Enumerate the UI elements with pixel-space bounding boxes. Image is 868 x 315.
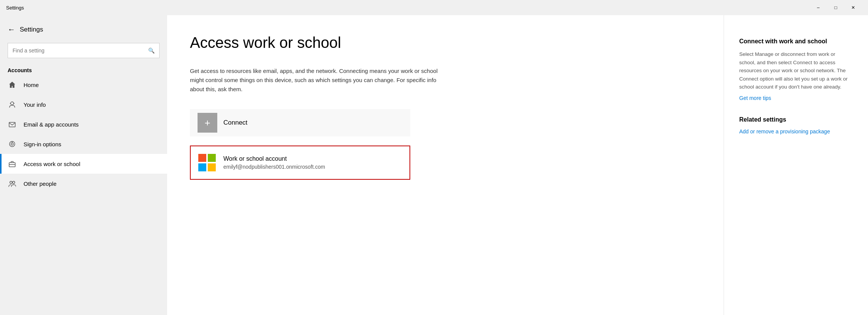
account-name: Work or school account [223,155,325,162]
page-title: Access work or school [190,34,701,51]
connect-section-heading: Connect with work and school [739,38,853,45]
titlebar: Settings – □ ✕ [0,0,868,15]
sidebar-app-title: Settings [20,26,43,33]
right-panel: Connect with work and school Select Mana… [724,15,868,315]
connect-section-text: Select Manage or disconnect from work or… [739,50,853,91]
sidebar-item-other-people-label: Other people [24,180,57,187]
sidebar-item-other-people[interactable]: Other people [0,174,167,193]
svg-point-5 [11,143,13,145]
sidebar-item-email-label: Email & app accounts [24,121,79,128]
titlebar-controls: – □ ✕ [810,0,862,15]
sidebar-item-home[interactable]: Home [0,75,167,95]
connect-label: Connect [223,119,247,127]
search-input[interactable] [13,47,148,54]
svg-point-10 [13,181,15,184]
svg-point-9 [10,181,12,184]
maximize-button[interactable]: □ [827,0,844,15]
sidebar-item-your-info[interactable]: Your info [0,95,167,114]
close-button[interactable]: ✕ [844,0,862,15]
accounts-section-label: Accounts [0,64,167,75]
sidebar-item-work-school-label: Access work or school [24,161,80,167]
minimize-button[interactable]: – [810,0,827,15]
sidebar-item-email-accounts[interactable]: Email & app accounts [0,114,167,134]
sidebar-header: ← Settings [0,19,167,40]
main-content: Access work or school Get access to reso… [167,15,724,315]
sidebar-item-sign-in[interactable]: Sign-in options [0,134,167,154]
sidebar-item-signin-label: Sign-in options [24,141,61,147]
sidebar-item-your-info-label: Your info [24,101,46,108]
email-icon [8,120,17,129]
ms-logo-red [198,154,206,162]
sidebar-item-home-label: Home [24,82,39,88]
sidebar: ← Settings 🔍 Accounts Home [0,15,167,315]
svg-point-0 [11,102,14,105]
briefcase-icon [8,159,17,168]
search-box: 🔍 [8,43,160,58]
svg-rect-3 [9,122,15,127]
account-info: Work or school account emilyf@nodpublish… [223,155,325,170]
add-remove-provisioning-link[interactable]: Add or remove a provisioning package [739,128,853,135]
titlebar-title: Settings [6,5,810,11]
connect-section: Connect with work and school Select Mana… [739,38,853,101]
back-button[interactable]: ← [8,25,15,34]
get-more-tips-link[interactable]: Get more tips [739,95,853,101]
connect-button[interactable]: + Connect [190,109,410,136]
account-card[interactable]: Work or school account emilyf@nodpublish… [190,146,410,180]
ms-logo-green [208,154,216,162]
page-description: Get access to resources like email, apps… [190,66,448,94]
ms-logo-yellow [208,163,216,171]
connect-plus-icon: + [198,113,217,133]
signin-icon [8,139,17,149]
related-settings-heading: Related settings [739,116,853,123]
your-info-icon [8,100,17,109]
app-container: ← Settings 🔍 Accounts Home [0,15,868,315]
home-icon [8,80,17,89]
other-people-icon [8,179,17,188]
related-section: Related settings Add or remove a provisi… [739,116,853,135]
sidebar-item-work-school[interactable]: Access work or school [0,154,167,174]
search-icon[interactable]: 🔍 [148,47,155,54]
account-email: emilyf@nodpublishers001.onmicrosoft.com [223,164,325,170]
microsoft-logo [198,154,216,171]
ms-logo-blue [198,163,206,171]
